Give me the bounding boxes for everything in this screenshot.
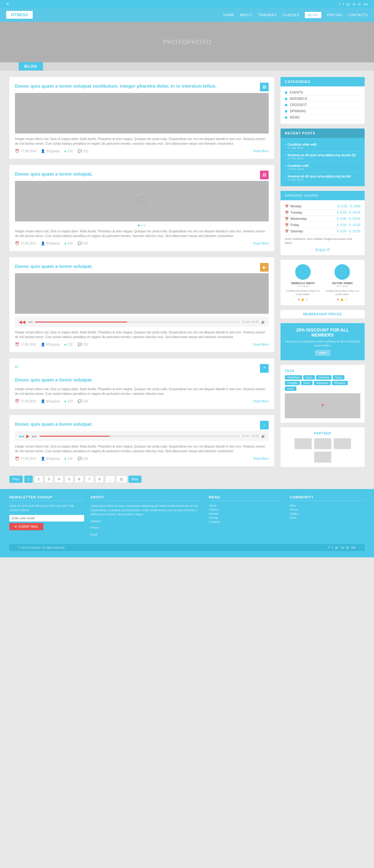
recent-title-2: Vivamus at elit quis urna adipiscing iac… <box>287 153 355 157</box>
page-btn-1[interactable]: 1 <box>24 476 33 483</box>
rss-icon-top[interactable]: rss <box>363 2 368 6</box>
volume-icon-3[interactable]: 🔊 <box>261 320 265 324</box>
footer-main: NEWSLETTER SIGNUP SIGN UP FOR OUR NEWSLE… <box>9 495 365 539</box>
audio-track-5[interactable] <box>40 436 240 437</box>
footer-twitter-icon[interactable]: t <box>332 546 333 549</box>
audio-play-5[interactable]: ▶ <box>26 434 30 438</box>
recent-item-2[interactable]: › Vivamus at elit quis urna adipiscing i… <box>285 152 360 162</box>
hours-label-tuesday: Tuesday <box>291 211 302 214</box>
page-btn-2[interactable]: 2 <box>34 476 43 483</box>
tag-1[interactable]: Nunc <box>303 375 315 379</box>
video-track-3[interactable] <box>35 321 240 322</box>
footer-link-gallery[interactable]: Gallery <box>290 512 365 515</box>
tag-3[interactable]: Nunc <box>333 375 344 379</box>
volume-icon-5[interactable]: 🔊 <box>261 434 265 438</box>
cat-aerobics[interactable]: AEROBICS <box>285 96 360 102</box>
read-more-3[interactable]: Read More <box>253 343 269 346</box>
page-btn-8[interactable]: 8 <box>95 476 104 483</box>
dot-1[interactable] <box>138 224 140 226</box>
video-progress-3 <box>35 321 127 322</box>
play-pause-3[interactable]: ◀◀ <box>19 319 26 324</box>
cat-spinning[interactable]: SPINNING <box>285 108 360 115</box>
facebook-icon-top[interactable]: f <box>340 2 341 6</box>
tag-4[interactable]: Fringilla <box>285 381 300 385</box>
next-button[interactable]: Next <box>128 476 142 483</box>
tag-7[interactable]: Pharetra <box>332 381 348 385</box>
membership-more-button[interactable]: more <box>315 350 331 356</box>
recent-item-4[interactable]: › Vivamus at elit quis urna adipiscing i… <box>285 173 360 183</box>
play-button-2[interactable]: ▶ <box>137 196 146 206</box>
footer-link-about[interactable]: About <box>209 504 284 507</box>
prev-button[interactable]: Prev <box>9 476 23 483</box>
recent-item-1[interactable]: › Curabitur vitae velit 17 Nov 2014 <box>285 141 360 152</box>
hours-label-monday: Monday <box>291 205 302 208</box>
footer-link-store[interactable]: Store <box>290 516 365 519</box>
hero-watermark: PHOTOPHOTO <box>163 38 211 46</box>
categories-body: EVENTS AEROBICS CROSSFIT SPINNING NEWS <box>280 86 365 124</box>
linkedin-icon-top[interactable]: in <box>353 2 355 6</box>
recent-posts-body: › Curabitur vitae velit 17 Nov 2014 › Vi… <box>280 138 365 186</box>
dot-2[interactable] <box>141 224 143 226</box>
footer-email-input[interactable] <box>9 515 84 522</box>
nav-blog[interactable]: BLOG <box>305 12 321 18</box>
read-more-1[interactable]: Read More <box>253 149 269 153</box>
post-likes-1: ♥ 232 <box>64 149 73 153</box>
page-btn-4[interactable]: 4 <box>55 476 63 483</box>
tag-0[interactable]: Maecihas <box>285 375 302 379</box>
thumb-icon-t2[interactable]: 👍 <box>340 298 343 301</box>
share-icon-t1[interactable]: ↗ <box>305 298 308 301</box>
cat-label-spinning: SPINNING <box>290 110 306 113</box>
audio-back-5[interactable]: ◀◀ <box>19 434 24 438</box>
nav-pricing[interactable]: PRICING <box>327 13 342 17</box>
page-btn-7[interactable]: 7 <box>85 476 94 483</box>
page-btn-6[interactable]: 6 <box>75 476 83 483</box>
nav-trainers[interactable]: TRAINERS <box>259 13 277 17</box>
read-more-5[interactable]: Read More <box>253 457 269 460</box>
page-btn-5[interactable]: 5 <box>65 476 73 483</box>
page-btn-3[interactable]: 3 <box>44 476 53 483</box>
post-date-5: ⏰ 17.09.2014 <box>15 457 36 461</box>
share-icon-t2[interactable]: ↗ <box>345 298 347 301</box>
nav-about[interactable]: ABOUT <box>240 13 252 17</box>
dot-3[interactable] <box>144 224 146 226</box>
site-logo[interactable]: FITNESS <box>6 11 33 19</box>
footer-link-blog[interactable]: Blog <box>290 504 365 507</box>
nav-home[interactable]: HOME <box>224 13 234 17</box>
footer-facebook-icon[interactable]: f <box>329 546 330 549</box>
tag-6[interactable]: Maecihas <box>314 381 331 385</box>
read-more-4[interactable]: Read More <box>253 400 269 403</box>
footer-link-classes[interactable]: Classes <box>209 512 284 515</box>
nav-contacts[interactable]: CONTACTS <box>348 13 368 17</box>
enjoy-text: Enjoy it! <box>285 245 360 252</box>
footer-link-pricing[interactable]: Pricing <box>209 516 284 519</box>
read-more-2[interactable]: Read More <box>253 242 269 245</box>
post-video-3 <box>15 273 269 314</box>
thumb-icon-t1[interactable]: 👍 <box>301 298 304 301</box>
tag-8[interactable]: Nunc <box>285 386 296 391</box>
cat-crossfit[interactable]: CROSSFIT <box>285 102 360 108</box>
heart-icon-t2[interactable]: ♥ <box>337 298 339 301</box>
footer-link-forum[interactable]: Forum <box>290 508 365 511</box>
footer-linkedin-icon[interactable]: in <box>341 546 344 549</box>
google-icon-top[interactable]: g+ <box>347 2 351 6</box>
page-btn-21[interactable]: 21 <box>116 476 127 483</box>
audio-fwd-5[interactable]: ▶▶ <box>32 434 37 438</box>
footer-link-contacts[interactable]: Contacts <box>209 520 284 523</box>
cat-events[interactable]: EVENTS <box>285 90 360 96</box>
tag-5[interactable]: Nunc <box>301 381 313 385</box>
membership-discount: 25% DISCOUNT FOR ALL MEMBERS <box>285 328 360 338</box>
youtube-icon-top[interactable]: yt <box>358 2 361 6</box>
post-card-3: ▶ Donec quis quam a lorem volutpat. ◀◀ ◀… <box>9 257 274 352</box>
cat-news[interactable]: NEWS <box>285 115 360 121</box>
heart-icon-t1[interactable]: ♥ <box>298 298 300 301</box>
nav-classes[interactable]: CLASSES <box>282 13 299 17</box>
footer-link-trainers[interactable]: Trainers <box>209 508 284 511</box>
recent-item-3[interactable]: › Curabitur velit 17 Nov 2014 <box>285 162 360 173</box>
footer-google-icon[interactable]: g+ <box>335 546 339 549</box>
footer-submit-button[interactable]: ✉ SUBMIT MAIL <box>9 523 43 530</box>
footer-rss-icon[interactable]: rss <box>351 546 355 549</box>
blog-header-wrap: BLOG <box>0 62 374 71</box>
tag-2[interactable]: Pharetra <box>316 375 332 379</box>
twitter-icon-top[interactable]: t <box>343 2 344 6</box>
footer-youtube-icon[interactable]: yt <box>346 546 349 549</box>
